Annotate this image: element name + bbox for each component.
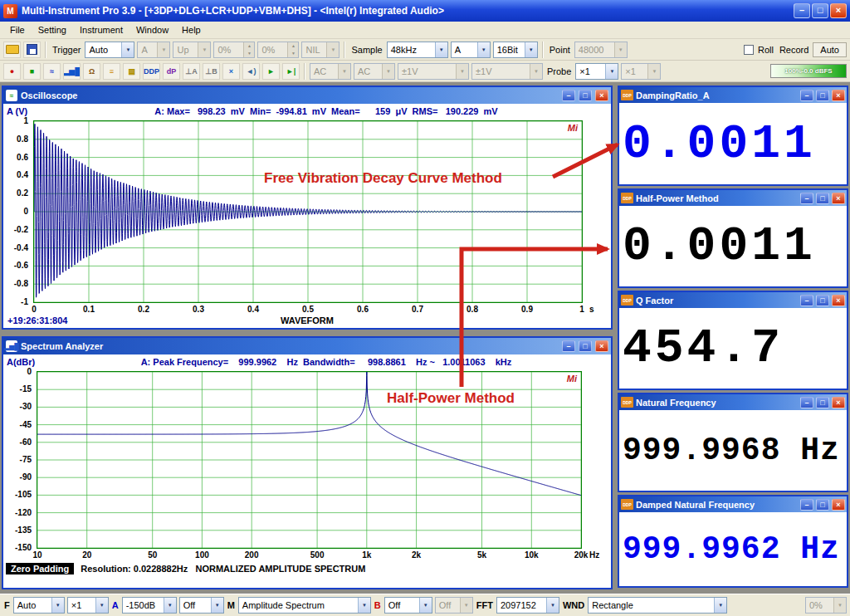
axis-tick-label: 0.2 xyxy=(17,188,28,198)
toolbar-instruments: ●■≈▂▅█Ω≡▤DDPdP⊥A⊥B×◄)►►| AC AC ±1V ±1V P… xyxy=(0,61,850,82)
axis-tick-label: -135 xyxy=(15,526,32,535)
spectrum-3d-plot-icon[interactable]: ≡ xyxy=(103,63,120,80)
status-toolbar: F Auto ×1 A -150dB Off M Amplitude Spect… xyxy=(0,594,850,616)
oscilloscope-title-bar[interactable]: ≈ Oscilloscope xyxy=(3,87,611,104)
speaker-icon[interactable]: ◄) xyxy=(242,63,260,80)
minimize-button[interactable] xyxy=(800,499,813,511)
minimize-button[interactable] xyxy=(800,397,813,408)
auto-button[interactable]: Auto xyxy=(813,42,847,57)
axis-tick-label: 10 xyxy=(32,550,42,560)
oscilloscope-icon[interactable]: ≈ xyxy=(43,63,61,80)
oscilloscope-plot[interactable]: Mi xyxy=(33,120,583,303)
axis-tick-label: 0.6 xyxy=(17,153,28,162)
trigger-mode-select[interactable]: Auto xyxy=(85,42,134,58)
window-title: Multi-Instrument Pro 3.9 - [+3DP+DLG+LCR… xyxy=(22,5,789,17)
record-icon[interactable]: ● xyxy=(3,63,21,80)
close-button[interactable] xyxy=(595,340,608,352)
a-off-select[interactable]: Off xyxy=(179,597,224,614)
spectrum-analyzer-icon[interactable]: ▂▅█ xyxy=(63,63,81,80)
save-button[interactable] xyxy=(23,42,41,58)
separator xyxy=(45,42,46,58)
fft-size-select[interactable]: 2097152 xyxy=(496,597,559,614)
maximize-button[interactable] xyxy=(816,397,829,408)
frequency-mode-select[interactable]: Auto xyxy=(13,597,65,614)
chevron-down-icon xyxy=(164,598,176,613)
maximize-button[interactable] xyxy=(579,340,592,352)
oscilloscope-title: Oscilloscope xyxy=(21,90,559,100)
close-button[interactable] xyxy=(832,90,845,101)
a-range-select[interactable]: -150dB xyxy=(122,597,177,614)
marker-a-icon[interactable]: ⊥A xyxy=(183,63,200,80)
b-select[interactable]: Off xyxy=(384,597,432,614)
sample-rate-select[interactable]: 48kHz xyxy=(387,42,448,58)
sample-channel-select[interactable]: A xyxy=(451,42,491,58)
x-unit-label: Hz xyxy=(589,550,599,560)
ddp-icon: DDP xyxy=(621,397,633,408)
probe-a-select[interactable]: ×1 xyxy=(575,63,618,80)
axis-tick-label: 10k xyxy=(525,550,539,560)
axis-tick-label: 50 xyxy=(148,550,157,560)
chevron-down-icon xyxy=(358,598,370,613)
mi-logo: Mi xyxy=(568,123,578,133)
fft-label: FFT xyxy=(476,600,494,610)
minimize-button[interactable] xyxy=(794,3,810,18)
play-icon[interactable]: ► xyxy=(262,63,280,80)
record-label[interactable]: Record xyxy=(778,45,810,55)
chevron-down-icon xyxy=(338,64,350,79)
maximize-button[interactable] xyxy=(816,499,829,511)
maximize-button[interactable] xyxy=(816,90,829,101)
close-button[interactable] xyxy=(832,295,845,306)
oscilloscope-chart xyxy=(34,121,582,302)
derived-data-point-icon[interactable]: dP xyxy=(163,63,180,80)
minimize-button[interactable] xyxy=(800,295,813,306)
close-button[interactable] xyxy=(832,499,845,511)
menu-setting[interactable]: Setting xyxy=(32,23,73,37)
window-function-select[interactable]: Rectangle xyxy=(588,597,727,614)
maximize-button[interactable] xyxy=(816,295,829,306)
axis-tick-label: -45 xyxy=(20,420,32,429)
marker-b-icon[interactable]: ⊥B xyxy=(203,63,220,80)
ddp-viewer-icon[interactable]: DDP xyxy=(143,63,160,80)
maximize-button[interactable] xyxy=(816,193,829,204)
spectrum-stats: A: Peak Frequency= 999.9962 Hz Bandwidth… xyxy=(45,357,608,367)
data-logger-icon[interactable]: ▤ xyxy=(123,63,140,80)
chevron-down-icon xyxy=(614,42,627,57)
close-button[interactable] xyxy=(832,397,845,408)
step-icon[interactable]: ►| xyxy=(282,63,300,80)
maximize-button[interactable] xyxy=(579,90,592,101)
title-bar[interactable]: M Multi-Instrument Pro 3.9 - [+3DP+DLG+L… xyxy=(0,0,850,22)
open-file-button[interactable] xyxy=(3,42,21,58)
close-button[interactable] xyxy=(595,90,608,101)
menu-instrument[interactable]: Instrument xyxy=(73,23,129,37)
scale-select[interactable]: ×1 xyxy=(67,597,109,614)
minimize-button[interactable] xyxy=(800,90,813,101)
ddp-title-bar[interactable]: DDP Q Factor xyxy=(619,292,847,308)
run-stop-icon[interactable]: ■ xyxy=(23,63,41,80)
close-button[interactable] xyxy=(832,193,845,204)
maximize-button[interactable] xyxy=(812,3,828,18)
roll-checkbox[interactable] xyxy=(744,45,754,55)
spectrum-title-bar[interactable]: ▂▅█ Spectrum Analyzer xyxy=(3,338,611,354)
b-off-select: Off xyxy=(435,597,473,614)
ddp-title-bar[interactable]: DDP Natural Frequency xyxy=(619,394,847,410)
ddp-panel-damped-natural-frequency: DDP Damped Natural Frequency 999.9962 Hz xyxy=(618,495,848,588)
sample-bits-select[interactable]: 16Bit xyxy=(493,42,538,58)
menu-file[interactable]: File xyxy=(3,23,32,37)
measurement-type-select[interactable]: Amplitude Spectrum xyxy=(238,597,371,614)
ddp-title-bar[interactable]: DDP Half-Power Method xyxy=(619,190,847,206)
ddp-title-bar[interactable]: DDP DampingRatio_A xyxy=(619,87,847,103)
ddp-icon: DDP xyxy=(621,295,633,306)
close-button[interactable] xyxy=(830,3,847,18)
minimize-button[interactable] xyxy=(562,340,575,352)
cursor-reader-icon[interactable]: × xyxy=(222,63,240,80)
menu-window[interactable]: Window xyxy=(129,23,175,37)
minimize-button[interactable] xyxy=(562,90,575,101)
multimeter-icon[interactable]: Ω xyxy=(83,63,100,80)
minimize-button[interactable] xyxy=(800,193,813,204)
spectrum-plot[interactable]: Mi xyxy=(37,371,582,549)
menu-help[interactable]: Help xyxy=(175,23,208,37)
axis-tick-label: 0.9 xyxy=(521,305,533,314)
ddp-title-bar[interactable]: DDP Damped Natural Frequency xyxy=(619,496,847,512)
toolbar-main: Trigger Auto A Up 0% 0% NIL Sample 48kHz… xyxy=(0,39,850,61)
chevron-down-icon xyxy=(435,42,447,57)
